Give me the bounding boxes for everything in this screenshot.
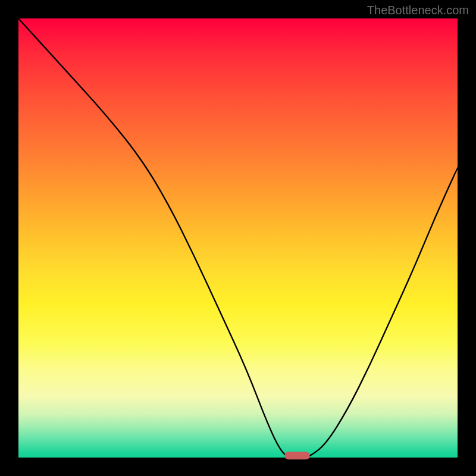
chart-frame: TheBottleneck.com [0,0,476,476]
optimal-marker [285,452,310,459]
plot-area [18,18,458,458]
attribution-text: TheBottleneck.com [367,4,469,17]
chart-svg [18,18,458,458]
bottleneck-curve [18,18,458,458]
